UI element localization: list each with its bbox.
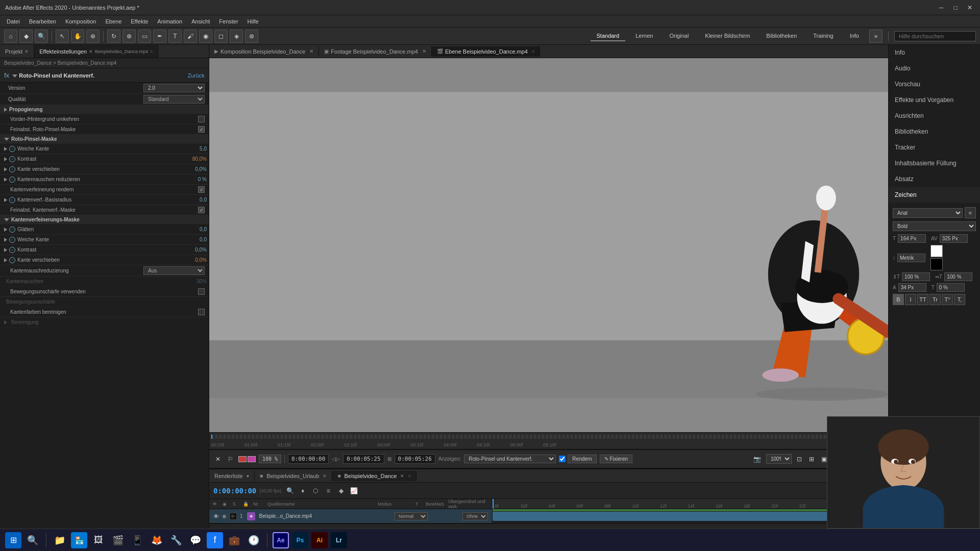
quality-select[interactable]: Standard [143,95,205,104]
window-controls[interactable]: ─ □ ✕ [936,3,975,13]
komposition-close[interactable]: ✕ [309,48,313,54]
right-item-ausrichten[interactable]: Ausrichten [889,108,980,124]
baseline-input[interactable] [898,283,926,292]
propagierung-triangle[interactable] [4,108,7,112]
edge-render-checkbox[interactable] [198,186,205,193]
fit-btn[interactable]: ⊡ [795,455,804,464]
clone-tool[interactable]: ◉ [199,30,212,43]
layer-1-bar-content[interactable] [493,512,868,521]
font-size-input[interactable] [898,234,926,243]
eraser-tool[interactable]: ◻ [214,30,228,43]
style-select[interactable]: Bold [893,221,976,231]
italic-btn[interactable]: I [905,294,916,305]
tl-key-btn[interactable]: ◆ [335,485,347,496]
urlaub-close[interactable]: ✕ [323,473,327,479]
taskbar-app11[interactable]: 💼 [226,532,242,548]
taskbar-messenger[interactable]: 💬 [187,532,204,548]
roto-mask-section[interactable]: Roto-Pinsel-Maske [0,135,209,144]
edge-noise-select[interactable]: Aus [143,266,205,275]
puppet-tool[interactable]: ⊛ [245,30,258,43]
shift-edge-expand[interactable] [4,167,7,171]
text-tool[interactable]: T [168,30,182,43]
roto-tool[interactable]: ◈ [230,30,243,43]
rotate-tool[interactable]: ↻ [107,30,120,43]
new-comp-button[interactable]: ◆ [19,30,33,43]
snapshot-btn[interactable]: 📷 [751,455,763,464]
leading-input[interactable] [897,254,925,262]
taskbar-facebook[interactable]: f [207,532,223,548]
brush-tool[interactable]: 🖌 [184,30,197,43]
menu-effekte[interactable]: Effekte [127,17,152,26]
smooth-expand[interactable] [4,228,7,232]
minimize-button[interactable]: ─ [936,3,946,13]
taskbar-search[interactable]: 🔍 [24,532,41,548]
menu-ebene[interactable]: Ebene [101,17,126,26]
back-link[interactable]: Zurück [187,72,205,79]
motion-btn[interactable]: ⚐ [226,455,235,464]
smallcaps-btn[interactable]: Tr [929,294,941,305]
taskbar-ai[interactable]: Ai [311,532,328,548]
roto-mask-triangle[interactable] [4,138,9,141]
color-box-pink[interactable] [248,456,256,462]
font-select[interactable]: Arial [893,208,963,218]
menu-hilfe[interactable]: Hilfe [243,17,263,26]
layer-1-blend[interactable]: Ohne [462,512,488,520]
motion-blur-checkbox[interactable] [198,288,205,295]
shift-edge2-expand[interactable] [4,258,7,262]
tab-kleiner-bildschirm[interactable]: Kleiner Bildschirm [699,31,756,41]
layer-1-visibility[interactable]: 👁 [213,513,219,519]
taskbar-lr[interactable]: Lr [331,532,347,548]
allcaps-btn[interactable]: TT [917,294,928,305]
hand-tool[interactable]: ✋ [71,30,84,43]
right-item-vorschau[interactable]: Vorschau [889,77,980,92]
taskbar-clock[interactable]: 🕐 [246,532,262,548]
horiz-scale-input[interactable] [944,272,972,281]
contrast2-value[interactable]: 0,0% [195,247,207,253]
scrubber-playhead[interactable] [211,435,212,439]
tab-training[interactable]: Training [807,31,839,41]
right-item-inhalts[interactable]: Inhaltsbasierte Füllung [889,156,980,171]
search-tool-button[interactable]: 🔍 [35,30,48,43]
shift-edge2-value[interactable]: 0,0% [195,257,207,263]
taskbar-firefox[interactable]: 🦊 [149,532,165,548]
layer-1-mode[interactable]: Normal [395,512,428,520]
current-timecode[interactable]: 0:00:00:00 [288,454,329,464]
propagierung-section[interactable]: Propogierung [0,105,209,114]
right-item-zeichen[interactable]: Zeichen [889,187,980,203]
reduce-noise-value[interactable]: 0 % [198,177,207,182]
soft-edge2-expand[interactable] [4,238,7,242]
effect-tab-menu[interactable]: ≡ [150,49,153,54]
fix-button[interactable]: ✎ Fixieren [600,455,632,463]
stroke-color-swatch[interactable] [930,258,943,270]
grid-btn[interactable]: ⊞ [807,455,816,464]
edge-refine-triangle[interactable] [4,218,9,221]
dance-menu[interactable]: ≡ [408,473,410,479]
taskbar-ae[interactable]: Ae [273,532,289,548]
project-tab-close[interactable]: ✕ [24,49,29,54]
color-box-red[interactable] [238,456,247,462]
zoom-select[interactable]: 100% [766,454,792,464]
color-clean-checkbox[interactable] [198,309,205,315]
viewer-tab-komposition[interactable]: ▶ Komposition Beispielvideo_Dance ✕ [209,46,319,57]
taskbar-app8[interactable]: 🔧 [168,532,184,548]
tl-marker-btn[interactable]: ♦ [297,485,308,496]
toggle-visibility-btn[interactable]: ✕ [213,455,223,464]
right-item-tracker[interactable]: Tracker [889,140,980,156]
maximize-button[interactable]: □ [950,3,961,13]
home-button[interactable]: ⌂ [4,30,17,43]
vert-scale-input[interactable] [902,272,930,281]
tab-effekteinstellungen[interactable]: Effekteinstellungen ✕ Beispielvideo_Danc… [34,45,158,58]
tracking-input[interactable] [940,234,968,243]
tab-dance[interactable]: ■ Beispielvideo_Dance ✕ ≡ [332,471,416,481]
edge-ref-expand[interactable] [4,198,7,202]
contrast-expand[interactable] [4,157,7,161]
tab-original[interactable]: Original [663,31,695,41]
invert-checkbox[interactable] [198,116,205,122]
viewer-tab-ebene[interactable]: 🎬 Ebene Beispielvideo_Dance.mp4 ≡ [432,46,540,57]
layer-1-color[interactable]: ◈ [247,512,255,520]
tl-graph-btn[interactable]: 📈 [348,485,359,496]
edge-refine-section[interactable]: Kantenverfeinerungs-Maske [0,215,209,224]
tab-standard[interactable]: Standard [591,31,626,41]
super-btn[interactable]: T° [942,294,953,305]
layer-1-expand[interactable]: ▷ [230,513,237,520]
